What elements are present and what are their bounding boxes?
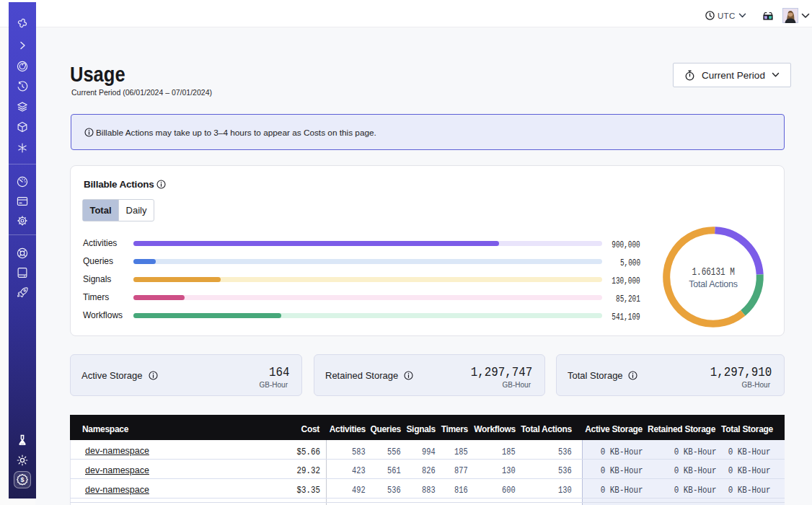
svg-text:$: $ (20, 476, 24, 483)
